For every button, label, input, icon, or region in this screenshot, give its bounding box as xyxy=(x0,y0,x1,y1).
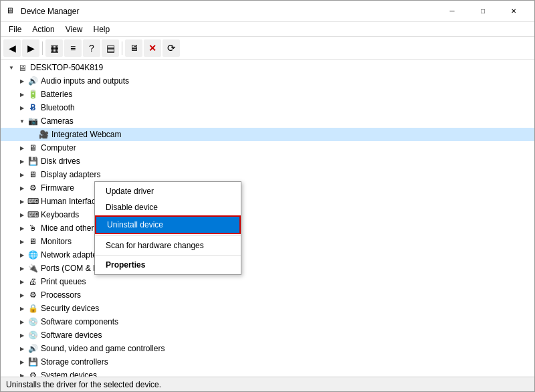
menu-view[interactable]: View xyxy=(60,23,88,35)
computer-expand-icon[interactable]: ▶ xyxy=(17,142,27,153)
system-label: System devices xyxy=(41,371,97,377)
tree-root[interactable]: ▼ 🖥 DESKTOP-504K819 xyxy=(1,61,534,74)
menu-action[interactable]: Action xyxy=(27,23,60,35)
title-bar: 🖥 Device Manager ─ □ ✕ xyxy=(1,1,534,22)
tree-item-human[interactable]: ▶ ⌨ Human Interface Devices xyxy=(1,195,534,208)
device-tree[interactable]: ▼ 🖥 DESKTOP-504K819 ▶ 🔊 Audio inputs and… xyxy=(1,60,534,377)
ctx-uninstall-device[interactable]: Uninstall device xyxy=(95,215,241,234)
ctx-update-driver[interactable]: Update driver xyxy=(95,183,241,199)
tree-item-ports[interactable]: ▶ 🔌 Ports (COM & LPT) xyxy=(1,262,534,275)
window-controls: ─ □ ✕ xyxy=(437,1,529,22)
processors-expand-icon[interactable]: ▶ xyxy=(17,290,27,300)
display-expand-icon[interactable]: ▶ xyxy=(17,169,27,180)
tree-item-softcomp[interactable]: ▶ 💿 Software components xyxy=(1,315,534,328)
close-button[interactable]: ✕ xyxy=(498,1,529,22)
print-label: Print queues xyxy=(41,277,86,286)
tree-item-mice[interactable]: ▶ 🖱 Mice and other pointing devices xyxy=(1,221,534,235)
tree-item-storage[interactable]: ▶ 💾 Storage controllers xyxy=(1,355,534,369)
sound-expand-icon[interactable]: ▶ xyxy=(17,343,27,354)
keyboards-expand-icon[interactable]: ▶ xyxy=(17,209,27,220)
bluetooth-expand-icon[interactable]: ▶ xyxy=(17,102,27,113)
mice-expand-icon[interactable]: ▶ xyxy=(17,223,27,233)
firmware-label: Firmware xyxy=(41,183,74,193)
batteries-icon: 🔋 xyxy=(27,89,38,100)
mice-icon: 🖱 xyxy=(27,223,38,233)
network-expand-icon[interactable]: ▶ xyxy=(17,250,27,260)
tree-item-display[interactable]: ▶ 🖥 Display adapters xyxy=(1,168,534,181)
tree-item-processors[interactable]: ▶ ⚙ Processors xyxy=(1,288,534,302)
monitors-expand-icon[interactable]: ▶ xyxy=(17,236,27,247)
audio-label: Audio inputs and outputs xyxy=(41,76,129,86)
audio-expand-icon[interactable]: ▶ xyxy=(17,76,27,86)
root-expand-icon[interactable]: ▼ xyxy=(6,62,17,73)
tree-item-cameras[interactable]: ▼ 📷 Cameras xyxy=(1,114,534,128)
cameras-icon: 📷 xyxy=(27,116,38,126)
print-icon: 🖨 xyxy=(27,276,38,287)
maximize-button[interactable]: □ xyxy=(467,1,498,22)
view-resources-button[interactable]: ▤ xyxy=(102,39,119,57)
tree-item-sound[interactable]: ▶ 🔊 Sound, video and game controllers xyxy=(1,342,534,355)
tree-item-security[interactable]: ▶ 🔒 Security devices xyxy=(1,302,534,315)
ctx-separator-2 xyxy=(95,255,241,256)
display-label: Display adapters xyxy=(41,170,100,179)
storage-icon: 💾 xyxy=(27,357,38,367)
batteries-label: Batteries xyxy=(41,90,72,99)
tree-item-audio[interactable]: ▶ 🔊 Audio inputs and outputs xyxy=(1,74,534,88)
menu-file[interactable]: File xyxy=(3,23,27,35)
storage-expand-icon[interactable]: ▶ xyxy=(17,357,27,367)
ctx-scan[interactable]: Scan for hardware changes xyxy=(95,237,241,254)
security-expand-icon[interactable]: ▶ xyxy=(17,303,27,314)
tree-item-batteries[interactable]: ▶ 🔋 Batteries xyxy=(1,88,534,101)
system-expand-icon[interactable]: ▶ xyxy=(17,370,27,377)
monitor-button[interactable]: 🖥 xyxy=(125,39,142,57)
print-expand-icon[interactable]: ▶ xyxy=(17,276,27,287)
tree-item-print[interactable]: ▶ 🖨 Print queues xyxy=(1,275,534,288)
tree-item-computer[interactable]: ▶ 🖥 Computer xyxy=(1,141,534,155)
disk-expand-icon[interactable]: ▶ xyxy=(17,156,27,167)
ctx-separator-1 xyxy=(95,235,241,236)
toolbar-separator-1 xyxy=(42,41,43,55)
batteries-expand-icon[interactable]: ▶ xyxy=(17,89,27,100)
menu-help[interactable]: Help xyxy=(88,23,116,35)
disk-label: Disk drives xyxy=(41,157,80,166)
tree-item-softdev[interactable]: ▶ 💿 Software devices xyxy=(1,328,534,342)
ctx-disable-device[interactable]: Disable device xyxy=(95,199,241,215)
view-props-button[interactable]: ▦ xyxy=(45,39,63,57)
tree-item-disk[interactable]: ▶ 💾 Disk drives xyxy=(1,155,534,168)
tree-item-firmware[interactable]: ▶ ⚙ Firmware xyxy=(1,181,534,195)
device-manager-window: 🖥 Device Manager ─ □ ✕ File Action View … xyxy=(0,0,535,392)
display-icon: 🖥 xyxy=(27,169,38,180)
ports-expand-icon[interactable]: ▶ xyxy=(17,263,27,274)
uninstall-button[interactable]: ✕ xyxy=(144,39,161,57)
tree-item-webcam[interactable]: 🎥 Integrated Webcam xyxy=(1,128,534,141)
human-icon: ⌨ xyxy=(27,196,38,207)
tree-item-network[interactable]: ▶ 🌐 Network adapters xyxy=(1,248,534,262)
tree-item-system[interactable]: ▶ ⚙ System devices xyxy=(1,369,534,377)
computer-icon: 🖥 xyxy=(17,62,27,73)
computer-node-icon: 🖥 xyxy=(27,142,38,153)
forward-button[interactable]: ▶ xyxy=(22,39,39,57)
softcomp-expand-icon[interactable]: ▶ xyxy=(17,316,27,327)
firmware-icon: ⚙ xyxy=(27,183,38,193)
tree-item-monitors[interactable]: ▶ 🖥 Monitors xyxy=(1,235,534,248)
softdev-expand-icon[interactable]: ▶ xyxy=(17,330,27,340)
ctx-properties[interactable]: Properties xyxy=(95,257,241,273)
bluetooth-label: Bluetooth xyxy=(41,103,75,112)
minimize-button[interactable]: ─ xyxy=(437,1,467,22)
tree-item-keyboards[interactable]: ▶ ⌨ Keyboards xyxy=(1,208,534,221)
security-label: Security devices xyxy=(41,304,99,313)
scan-button[interactable]: ⟳ xyxy=(163,39,180,57)
firmware-expand-icon[interactable]: ▶ xyxy=(17,183,27,193)
softdev-label: Software devices xyxy=(41,330,102,340)
help-button[interactable]: ? xyxy=(83,39,100,57)
sound-label: Sound, video and game controllers xyxy=(41,344,165,353)
view-list-button[interactable]: ≡ xyxy=(64,39,82,57)
tree-item-bluetooth[interactable]: ▶ Ƀ Bluetooth xyxy=(1,101,534,114)
human-expand-icon[interactable]: ▶ xyxy=(17,196,27,207)
status-bar: Uninstalls the driver for the selected d… xyxy=(1,377,534,391)
app-icon: 🖥 xyxy=(6,6,17,17)
back-button[interactable]: ◀ xyxy=(3,39,21,57)
cameras-expand-icon[interactable]: ▼ xyxy=(17,116,27,126)
webcam-label: Integrated Webcam xyxy=(51,130,122,139)
audio-icon: 🔊 xyxy=(27,76,38,86)
